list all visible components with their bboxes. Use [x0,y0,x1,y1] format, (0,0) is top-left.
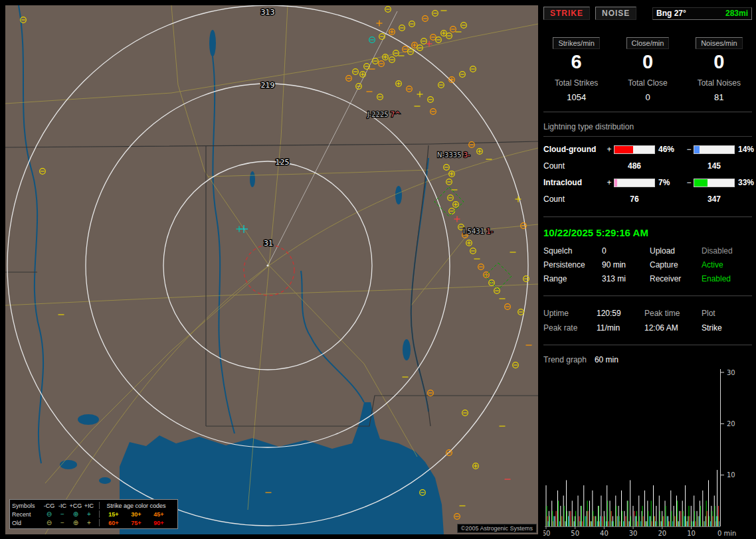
app-window: 31321912531J-2225 7^N-3335 3-I-5431 1- S… [0,0,756,539]
radar-map[interactable]: 31321912531J-2225 7^N-3335 3-I-5431 1- [5,5,538,534]
close-per-min-button[interactable]: Close/min [626,37,670,49]
age-30: 30+ [125,511,147,518]
svg-text:40: 40 [600,530,609,537]
noise-button[interactable]: NOISE [595,7,636,20]
legend-old-row: Old ⊖ − ⊕ + 60+ 75+ 90+ [12,518,175,527]
persistence-value: 90 min [602,258,650,272]
cg-positive-bar [614,145,655,154]
range-label: Range [543,272,602,286]
range-value: 283mi [725,9,748,18]
intracloud-label: Intracloud [543,178,605,187]
range-setting-value: 313 mi [602,272,650,286]
count-label: Count [543,194,605,204]
divider [543,295,752,297]
svg-text:20: 20 [658,530,666,537]
legend-divider [99,519,100,526]
total-close-label: Total Close [614,78,680,88]
total-strikes-value: 1054 [543,92,609,102]
peak-time-label: Peak time [644,306,702,321]
ic-negative-count: 347 [694,194,735,204]
cg-neg-icon: ⊖ [43,520,56,526]
ic-neg-icon: − [56,520,69,526]
svg-text:0 min: 0 min [717,530,736,537]
divider [543,216,752,218]
count-label: Count [543,161,605,171]
state-border-layer [5,141,538,426]
trend-graph: 1020306050403020100 min [543,367,748,538]
map-labels: 31321912531J-2225 7^N-3335 3-I-5431 1- [261,8,494,248]
legend-col-cg-neg: -CG [43,502,56,509]
capture-label: Capture [650,258,702,272]
upload-label: Upload [650,244,702,258]
minus-sign: − [684,178,694,187]
intracloud-row: Intracloud + 7% − 33% [543,174,752,191]
squelch-label: Squelch [543,244,602,258]
ic-negative-bar [694,179,735,187]
svg-text:219: 219 [261,81,275,90]
ic-positive-count: 76 [614,194,655,204]
total-noises-value: 81 [686,92,752,102]
svg-text:30: 30 [629,530,638,537]
plot-label: Plot [702,306,752,321]
upload-status: Disabled [702,244,752,258]
divider [543,345,752,346]
datetime-display: 10/22/2025 5:29:16 AM [543,227,752,239]
strike-button[interactable]: STRIKE [543,7,590,20]
noises-per-min-column: Noises/min 0 Total Noises 81 [686,37,752,102]
capture-status: Active [702,258,752,272]
intracloud-count-row: Count 76 347 [543,191,752,207]
strikes-per-min-button[interactable]: Strikes/min [553,37,599,49]
total-noises-label: Total Noises [686,78,752,88]
cloud-ground-label: Cloud-ground [543,145,605,154]
bearing-line [268,11,397,266]
settings-grid: Squelch 0 Upload Disabled Persistence 90… [543,244,752,286]
svg-text:I-5431 1-: I-5431 1- [463,228,494,235]
svg-text:125: 125 [276,158,290,167]
noises-per-min-value: 0 [686,50,752,73]
cg-positive-pct: 46% [655,145,684,154]
total-strikes-label: Total Strikes [543,78,609,88]
control-panel: STRIKE NOISE Bng 27° 283mi Strikes/min 6… [543,7,752,538]
svg-text:J-2225 7^: J-2225 7^ [367,111,401,118]
ic-positive-bar [614,179,655,187]
close-range-ring [244,245,294,295]
trend-duration-value: 60 min [595,355,618,366]
cg-neg-icon: ⊖ [43,511,56,518]
svg-text:30: 30 [727,369,735,376]
ic-pos-icon: + [82,520,96,526]
ic-pos-icon: + [82,511,96,518]
noises-per-min-button[interactable]: Noises/min [696,37,742,49]
trend-bars [546,470,719,526]
age-90: 90+ [147,520,170,526]
peak-rate-label: Peak rate [543,321,597,335]
map-panel: 31321912531J-2225 7^N-3335 3-I-5431 1- S… [5,5,538,534]
cg-negative-pct: 14% [735,145,756,154]
svg-text:N-3335 3-: N-3335 3- [437,151,470,159]
svg-text:313: 313 [261,8,275,17]
svg-text:10: 10 [727,471,735,479]
cloud-ground-count-row: Count 486 145 [543,158,752,174]
peak-rate-value: 11/min [597,321,644,335]
cg-pos-icon: ⊕ [69,511,82,518]
cloud-ground-row: Cloud-ground + 46% − 14% [543,141,752,158]
cg-pos-icon: ⊕ [69,520,82,526]
legend-divider [99,502,100,509]
age-45: 45+ [147,511,170,518]
legend-header-row: Symbols -CG -IC +CG +IC Strike age color… [12,501,175,510]
svg-text:60: 60 [543,530,550,537]
legend-recent-row: Recent ⊖ − ⊕ + 15+ 30+ 45+ [12,510,175,518]
age-60: 60+ [102,520,125,526]
legend-col-cg-pos: +CG [69,502,82,509]
plus-sign: + [605,145,614,154]
legend-age-title: Strike age color codes [102,502,170,509]
mode-row: STRIKE NOISE Bng 27° 283mi [543,7,752,20]
svg-text:20: 20 [727,420,735,427]
trend-graph-label: Trend graph [543,355,587,366]
legend-old-label: Old [12,520,43,526]
divider [543,136,752,137]
uptime-label: Uptime [543,306,597,321]
bearing-value: Bng 27° [656,9,686,18]
age-75: 75+ [125,520,147,526]
receiver-label: Receiver [650,272,702,286]
peak-time-value: 12:06 AM [644,321,702,335]
